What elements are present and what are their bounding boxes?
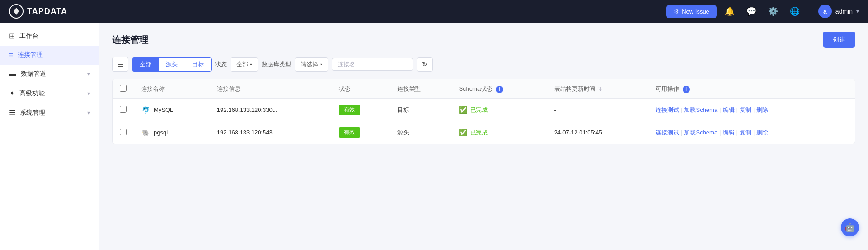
col-type: 连接类型 (390, 79, 452, 99)
filter-icon-button[interactable]: ⚌ (112, 57, 128, 72)
row-checkbox-cell (113, 121, 134, 144)
row-schema-cell: ✅ 已完成 (452, 99, 547, 121)
col-actions: 可用操作 i (648, 79, 855, 99)
chat-button[interactable]: 💬 (743, 5, 760, 18)
actions-group: 连接测试 | 加载Schema | 编辑 | 复制 | 删除 (656, 129, 848, 137)
status-badge: 有效 (339, 127, 360, 138)
dbtype-label: 数据库类型 (262, 60, 291, 69)
action-edit[interactable]: 编辑 (723, 129, 735, 137)
sidebar-item-pipeline[interactable]: ▬ 数据管道 ▾ (0, 65, 99, 83)
row-schema-cell: ✅ 已完成 (452, 121, 547, 144)
tab-all[interactable]: 全部 (132, 58, 159, 71)
filter-icon: ⚌ (117, 60, 123, 69)
sidebar-item-connection[interactable]: ≡ 连接管理 (0, 46, 99, 65)
action-test[interactable]: 连接测试 (656, 129, 679, 137)
system-icon: ☰ (9, 108, 15, 117)
main-content: 连接管理 创建 ⚌ 全部 源头 目标 状态 全部 ▾ 数据库类型 请选择 ▾ (99, 23, 868, 250)
new-issue-button[interactable]: ⚙ New Issue (666, 5, 717, 18)
search-input[interactable] (332, 58, 413, 71)
status-badge: 有效 (339, 105, 360, 115)
nav-divider (811, 5, 811, 18)
toolbar: ⚌ 全部 源头 目标 状态 全部 ▾ 数据库类型 请选择 ▾ ↻ (112, 57, 855, 72)
action-copy[interactable]: 复制 (740, 129, 751, 137)
chat-icon: 💬 (746, 6, 756, 16)
select-all-checkbox[interactable] (120, 85, 127, 92)
row-type-cell: 目标 (390, 99, 452, 121)
pipeline-icon: ▬ (9, 70, 16, 78)
workbench-icon: ⊞ (9, 32, 15, 40)
check-icon: ✅ (459, 129, 467, 137)
row-checkbox-cell (113, 99, 134, 121)
chat-float-icon: 🤖 (845, 222, 855, 232)
table-row: 🐘 pgsql 192.168.133.120:543... 有效 源头 ✅ (113, 121, 855, 144)
chevron-right-icon: ▾ (87, 90, 90, 97)
sidebar-item-workbench[interactable]: ⊞ 工作台 (0, 26, 99, 46)
action-edit[interactable]: 编辑 (723, 106, 735, 114)
schema-info-icon[interactable]: i (496, 86, 503, 93)
action-load-schema[interactable]: 加载Schema (684, 106, 717, 114)
action-test[interactable]: 连接测试 (656, 106, 679, 114)
language-button[interactable]: 🌐 (786, 5, 803, 18)
table-row: 🐬 MySQL 192.168.133.120:330... 有效 目标 ✅ (113, 99, 855, 121)
top-navigation: TAPDATA ⚙ New Issue 🔔 💬 ⚙️ 🌐 a admin ▾ (0, 0, 868, 23)
connection-name: 🐬 MySQL (141, 106, 203, 115)
notification-button[interactable]: 🔔 (721, 5, 738, 18)
sidebar-item-advanced[interactable]: ✦ 高级功能 ▾ (0, 83, 99, 103)
action-delete[interactable]: 删除 (756, 106, 768, 114)
page-title: 连接管理 (112, 34, 148, 46)
filter-tab-group: 全部 源头 目标 (132, 57, 212, 72)
user-menu[interactable]: a admin ▾ (818, 5, 859, 18)
refresh-icon: ↻ (422, 60, 428, 69)
layout: ⊞ 工作台 ≡ 连接管理 ▬ 数据管道 ▾ ✦ 高级功能 ▾ ☰ 系统管理 ▾ … (0, 23, 868, 250)
chevron-down-icon: ▾ (856, 8, 859, 14)
action-copy[interactable]: 复制 (740, 106, 751, 114)
row-type-cell: 源头 (390, 121, 452, 144)
logo-text: TAPDATA (27, 7, 67, 16)
actions-group: 连接测试 | 加载Schema | 编辑 | 复制 | 删除 (656, 106, 848, 114)
settings-button[interactable]: ⚙️ (764, 5, 782, 18)
float-chat-button[interactable]: 🤖 (841, 218, 859, 236)
col-name: 连接名称 (134, 79, 210, 99)
settings-icon: ⚙️ (768, 6, 778, 16)
row-name-cell: 🐘 pgsql (134, 121, 210, 144)
table-header-row: 连接名称 连接信息 状态 连接类型 Schema状态 (113, 79, 855, 99)
row-info-cell: 192.168.133.120:330... (210, 99, 331, 121)
table: 连接名称 连接信息 状态 连接类型 Schema状态 (113, 79, 855, 144)
col-status: 状态 (331, 79, 390, 99)
row-actions-cell: 连接测试 | 加载Schema | 编辑 | 复制 | 删除 (648, 121, 855, 144)
schema-status: ✅ 已完成 (459, 129, 539, 137)
connection-name: 🐘 pgsql (141, 128, 203, 137)
logo: TAPDATA (9, 4, 67, 19)
chevron-down-icon: ▾ (250, 62, 252, 67)
pgsql-icon: 🐘 (141, 128, 150, 137)
sidebar-item-system[interactable]: ☰ 系统管理 ▾ (0, 103, 99, 122)
row-name-cell: 🐬 MySQL (134, 99, 210, 121)
sidebar: ⊞ 工作台 ≡ 连接管理 ▬ 数据管道 ▾ ✦ 高级功能 ▾ ☰ 系统管理 ▾ (0, 23, 99, 250)
row-checkbox[interactable] (120, 106, 127, 113)
action-delete[interactable]: 删除 (756, 129, 768, 137)
tab-target[interactable]: 目标 (185, 58, 211, 71)
row-time-cell: 24-07-12 01:05:45 (547, 121, 649, 144)
mysql-icon: 🐬 (141, 106, 150, 115)
topnav-actions: ⚙ New Issue 🔔 💬 ⚙️ 🌐 a admin ▾ (666, 5, 859, 18)
actions-info-icon[interactable]: i (683, 86, 690, 93)
sort-icon[interactable]: ⇅ (598, 86, 602, 92)
advanced-icon: ✦ (9, 89, 15, 97)
avatar: a (818, 5, 832, 18)
dbtype-select[interactable]: 请选择 ▾ (295, 57, 328, 72)
row-actions-cell: 连接测试 | 加载Schema | 编辑 | 复制 | 删除 (648, 99, 855, 121)
action-load-schema[interactable]: 加载Schema (684, 129, 717, 137)
gear-icon: ⚙ (674, 8, 679, 15)
status-label: 状态 (215, 60, 227, 69)
status-select[interactable]: 全部 ▾ (231, 57, 258, 72)
tab-source[interactable]: 源头 (159, 58, 185, 71)
create-button[interactable]: 创建 (823, 32, 855, 48)
check-icon: ✅ (459, 106, 467, 114)
schema-status: ✅ 已完成 (459, 106, 539, 114)
chevron-down-icon: ▾ (320, 62, 322, 67)
bell-icon: 🔔 (725, 6, 735, 16)
col-schema: Schema状态 i (452, 79, 547, 99)
row-checkbox[interactable] (120, 129, 127, 135)
refresh-button[interactable]: ↻ (417, 57, 433, 72)
page-header: 连接管理 创建 (112, 32, 855, 48)
